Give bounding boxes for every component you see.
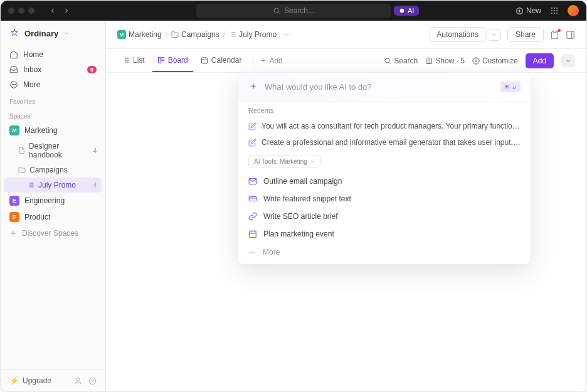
- add-dropdown[interactable]: [561, 55, 575, 67]
- grid-icon: [550, 6, 559, 15]
- svg-point-66: [250, 252, 251, 253]
- ai-chip[interactable]: AI: [394, 6, 419, 16]
- link-icon: [248, 212, 257, 221]
- minimize-light[interactable]: [18, 8, 24, 14]
- child-campaigns[interactable]: Campaigns: [4, 162, 102, 177]
- view-board[interactable]: Board: [152, 49, 193, 72]
- calendar-view-icon: [201, 56, 208, 64]
- space-icon-marketing: M: [9, 125, 19, 135]
- new-button[interactable]: New: [516, 6, 541, 15]
- add-task-button[interactable]: Add: [526, 53, 554, 68]
- svg-point-34: [287, 34, 288, 35]
- ai-prompt-row[interactable]: What would you like AI to do? ⌘ ↵: [238, 73, 531, 101]
- favorites-label: Favorites: [1, 93, 105, 108]
- svg-rect-62: [250, 231, 256, 238]
- tool-plan-event[interactable]: Plan marketing event: [238, 225, 531, 243]
- nav-forward[interactable]: [61, 5, 72, 16]
- svg-point-28: [89, 378, 96, 384]
- clipboard-button[interactable]: [550, 30, 559, 40]
- notification-dot: [558, 29, 561, 32]
- close-light[interactable]: [8, 8, 14, 14]
- list-view-icon: [122, 56, 130, 64]
- chevron-down-icon: [491, 32, 497, 38]
- svg-line-1: [278, 12, 279, 13]
- svg-point-7: [554, 8, 555, 9]
- ai-tools-tag[interactable]: AI Tools: Marketing: [248, 156, 321, 167]
- view-calendar[interactable]: Calendar: [196, 49, 247, 72]
- sparkle-icon: [248, 82, 258, 92]
- maximize-light[interactable]: [28, 8, 34, 14]
- upgrade-button[interactable]: ⚡ Upgrade: [9, 376, 51, 385]
- space-marketing[interactable]: M Marketing: [4, 122, 102, 139]
- recent-item-0[interactable]: You will act as a consultant for tech pr…: [238, 118, 531, 134]
- calendar-icon: [248, 230, 257, 238]
- doc-icon: [18, 147, 25, 154]
- child-july-promo[interactable]: July Promo 4: [4, 177, 102, 193]
- user-avatar[interactable]: [568, 5, 579, 16]
- automations-button[interactable]: Automations: [430, 27, 485, 42]
- add-view[interactable]: Add: [260, 56, 282, 65]
- chevron-down-icon: [565, 58, 571, 64]
- tool-snippet[interactable]: Write featured snippet text: [238, 190, 531, 208]
- more-horiz-icon[interactable]: [283, 30, 292, 39]
- plus-icon: [260, 57, 267, 64]
- svg-point-11: [556, 10, 558, 11]
- ai-popup: What would you like AI to do? ⌘ ↵ Recent…: [238, 72, 531, 265]
- show-action[interactable]: Show · 5: [425, 56, 465, 65]
- svg-point-0: [274, 8, 278, 13]
- tool-seo-brief[interactable]: Write SEO article brief: [238, 208, 531, 225]
- nav-more[interactable]: More: [4, 77, 102, 92]
- svg-rect-37: [567, 31, 574, 38]
- space-engineering[interactable]: E Engineering: [4, 193, 102, 209]
- home-icon: [9, 50, 18, 59]
- inbox-icon: [9, 65, 18, 74]
- svg-point-9: [551, 10, 553, 11]
- space-product[interactable]: P Product: [4, 209, 102, 225]
- nav-inbox[interactable]: Inbox 9: [4, 62, 102, 77]
- board-view-icon: [157, 56, 165, 64]
- discover-spaces[interactable]: Discover Spaces: [1, 225, 105, 241]
- workspace-logo-icon: [9, 28, 19, 38]
- bc-space[interactable]: M Marketing: [117, 30, 162, 39]
- nav-back[interactable]: [47, 5, 58, 16]
- pencil-icon: [248, 122, 256, 130]
- folder-icon: [18, 166, 26, 174]
- share-button[interactable]: Share: [507, 27, 544, 42]
- svg-rect-47: [201, 58, 207, 63]
- sidebar-toggle-icon[interactable]: [566, 30, 575, 40]
- help-icon[interactable]: [88, 377, 97, 385]
- topbar: Search... AI New: [1, 1, 586, 21]
- user-icon[interactable]: [74, 377, 82, 385]
- list-icon: [229, 31, 236, 38]
- customize-action[interactable]: Customize: [472, 56, 518, 65]
- tool-outline-email[interactable]: Outline email campaign: [238, 172, 531, 190]
- ai-input-placeholder: What would you like AI to do?: [265, 82, 494, 92]
- recent-item-1[interactable]: Create a professional and informative em…: [238, 134, 531, 151]
- apps-menu[interactable]: [550, 6, 559, 15]
- columns-icon: [425, 57, 433, 65]
- svg-point-8: [556, 8, 558, 9]
- child-designer-handbook[interactable]: Designer handbook 4: [4, 139, 102, 162]
- ai-sparkle-icon: [399, 8, 405, 14]
- svg-point-2: [400, 9, 405, 13]
- svg-point-13: [554, 13, 555, 14]
- svg-rect-36: [553, 31, 556, 33]
- plus-icon: [9, 230, 17, 237]
- search-icon: [273, 7, 280, 14]
- nav-home[interactable]: Home: [4, 47, 102, 62]
- search-action[interactable]: Search: [384, 56, 418, 65]
- dots-icon: [248, 248, 256, 257]
- bc-folder[interactable]: Campaigns: [171, 30, 219, 39]
- svg-rect-60: [249, 197, 256, 201]
- tool-more[interactable]: More: [238, 243, 531, 264]
- automations-dropdown[interactable]: [487, 29, 501, 41]
- svg-rect-46: [162, 57, 164, 60]
- svg-point-27: [77, 378, 79, 380]
- workspace-switcher[interactable]: Ordinary: [1, 21, 105, 46]
- svg-point-33: [284, 34, 285, 35]
- view-list[interactable]: List: [117, 49, 150, 72]
- bc-list[interactable]: July Promo: [229, 30, 277, 39]
- svg-rect-55: [426, 58, 432, 63]
- global-search[interactable]: Search...: [196, 4, 391, 18]
- svg-point-18: [15, 84, 16, 85]
